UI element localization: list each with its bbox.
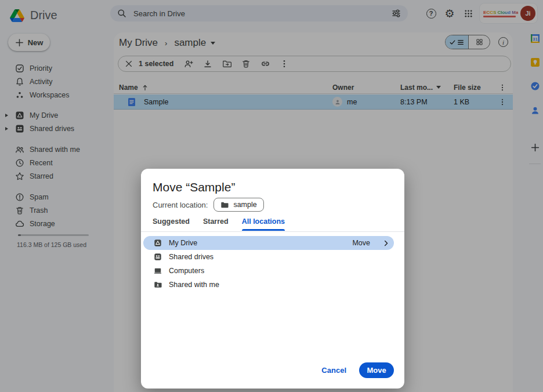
computer-icon (154, 267, 162, 275)
tab-suggested[interactable]: Suggested (153, 217, 190, 230)
current-location-row: Current location: sample (153, 198, 264, 212)
location-label: My Drive (169, 239, 345, 247)
cancel-button[interactable]: Cancel (321, 366, 346, 375)
location-list: My Drive Move Shared drives Computers Sh… (141, 236, 404, 292)
location-label: Shared with me (169, 281, 394, 289)
current-location-name: sample (233, 201, 256, 209)
chevron-right-icon[interactable] (382, 239, 390, 248)
inline-move-button[interactable]: Move (352, 239, 370, 247)
current-location-label: Current location: (153, 201, 208, 209)
location-row-shared-with-me[interactable]: Shared with me (143, 278, 394, 292)
tabs-divider (141, 231, 404, 232)
folder-icon (220, 201, 229, 209)
location-label: Shared drives (169, 253, 394, 261)
location-row-shared-drives[interactable]: Shared drives (143, 250, 394, 264)
dialog-tabs: Suggested Starred All locations (153, 217, 285, 230)
move-button[interactable]: Move (359, 362, 394, 378)
shared-drives-icon (154, 253, 162, 261)
location-row-computers[interactable]: Computers (143, 264, 394, 278)
tab-all-locations[interactable]: All locations (242, 217, 285, 230)
shared-folder-icon (154, 281, 162, 289)
tab-starred[interactable]: Starred (203, 217, 229, 230)
current-location-chip[interactable]: sample (213, 198, 263, 212)
dialog-footer: Cancel Move (321, 362, 394, 378)
dialog-title: Move “Sample” (153, 180, 235, 194)
location-row-my-drive[interactable]: My Drive Move (143, 236, 394, 250)
location-label: Computers (169, 267, 394, 275)
move-dialog: Move “Sample” Current location: sample S… (141, 169, 404, 389)
my-drive-icon (154, 239, 162, 247)
